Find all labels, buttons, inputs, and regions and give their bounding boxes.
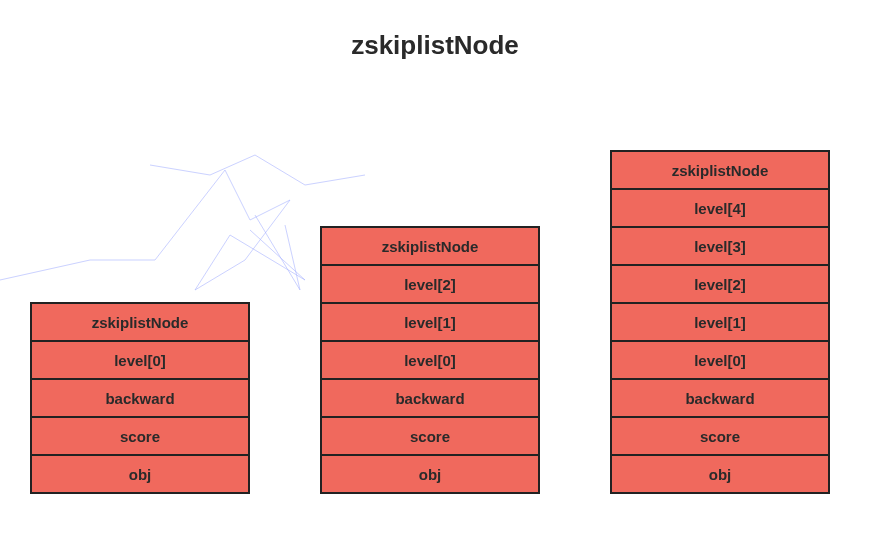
node-2-cell-4: level[1]	[612, 304, 828, 342]
node-1-cell-4: backward	[322, 380, 538, 418]
node-1-cell-5: score	[322, 418, 538, 456]
node-1-cell-1: level[2]	[322, 266, 538, 304]
node-0-cell-0: zskiplistNode	[32, 304, 248, 342]
node-2-cell-5: level[0]	[612, 342, 828, 380]
node-stack-0: zskiplistNodelevel[0]backwardscoreobj	[30, 302, 250, 494]
node-1-cell-2: level[1]	[322, 304, 538, 342]
node-2-cell-8: obj	[612, 456, 828, 494]
node-2-cell-2: level[3]	[612, 228, 828, 266]
node-stack-1: zskiplistNodelevel[2]level[1]level[0]bac…	[320, 226, 540, 494]
node-0-cell-4: obj	[32, 456, 248, 494]
node-2-cell-6: backward	[612, 380, 828, 418]
node-1-cell-6: obj	[322, 456, 538, 494]
node-2-cell-7: score	[612, 418, 828, 456]
node-2-cell-3: level[2]	[612, 266, 828, 304]
node-2-cell-0: zskiplistNode	[612, 152, 828, 190]
node-0-cell-2: backward	[32, 380, 248, 418]
node-stack-2: zskiplistNodelevel[4]level[3]level[2]lev…	[610, 150, 830, 494]
node-2-cell-1: level[4]	[612, 190, 828, 228]
node-1-cell-0: zskiplistNode	[322, 228, 538, 266]
node-0-cell-3: score	[32, 418, 248, 456]
node-1-cell-3: level[0]	[322, 342, 538, 380]
node-0-cell-1: level[0]	[32, 342, 248, 380]
